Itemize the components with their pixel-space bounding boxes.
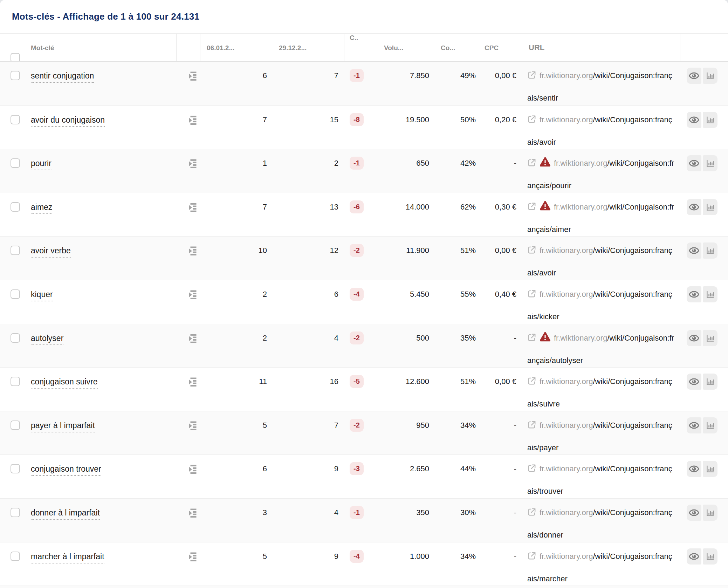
keyword-history-button[interactable]: [703, 505, 717, 521]
header-keyword[interactable]: Mot-clé: [28, 34, 177, 61]
keyword-link[interactable]: avoir verbe: [31, 246, 71, 258]
external-link-icon[interactable]: [527, 241, 536, 250]
url-link[interactable]: fr.wiktionary.org/wiki/Conjugaison:franç…: [527, 290, 672, 321]
keyword-link[interactable]: marcher à l imparfait: [31, 552, 104, 563]
row-checkbox[interactable]: [11, 421, 20, 430]
external-link-icon[interactable]: [527, 328, 536, 337]
keyword-link[interactable]: aimez: [31, 203, 52, 214]
keyword-link[interactable]: conjugaison suivre: [31, 377, 98, 389]
row-checkbox[interactable]: [11, 508, 20, 517]
row-checkbox-cell: [0, 237, 28, 280]
select-all-checkbox[interactable]: [11, 53, 20, 61]
watch-keyword-button[interactable]: [687, 505, 701, 521]
watch-keyword-button[interactable]: [687, 155, 701, 171]
watch-keyword-button[interactable]: [687, 548, 701, 565]
url-link[interactable]: fr.wiktionary.org/wiki/Conjugaison:franç…: [527, 552, 672, 583]
row-actions: [680, 411, 728, 455]
external-link-icon[interactable]: [527, 66, 536, 75]
keyword-link[interactable]: payer à l imparfait: [31, 421, 95, 432]
row-actions: [680, 193, 728, 237]
header-cpc[interactable]: CPC: [482, 34, 522, 61]
keyword-history-button[interactable]: [703, 112, 717, 128]
url-link[interactable]: fr.wiktionary.org/wiki/Conjugaison:franç…: [527, 246, 672, 277]
serp-preview-icon[interactable]: [188, 377, 198, 387]
external-link-icon[interactable]: [527, 197, 536, 206]
external-link-icon[interactable]: [527, 503, 536, 512]
header-date-2[interactable]: 29.12.2...: [273, 34, 344, 61]
serp-preview-icon[interactable]: [188, 158, 198, 168]
url-link[interactable]: fr.wiktionary.org/wiki/Conjugaison:franç…: [527, 377, 672, 408]
row-checkbox[interactable]: [11, 158, 20, 168]
keyword-history-button[interactable]: [703, 242, 717, 259]
header-url[interactable]: URL: [522, 34, 680, 61]
keyword-history-button[interactable]: [703, 330, 717, 346]
header-volume[interactable]: Volu...: [382, 34, 435, 61]
row-checkbox[interactable]: [11, 115, 20, 124]
cpc-value: 0,00 €: [482, 62, 522, 105]
keyword-link[interactable]: sentir conjugation: [31, 71, 94, 83]
keyword-history-button[interactable]: [703, 461, 717, 477]
keyword-link[interactable]: conjugaison trouver: [31, 464, 101, 476]
row-checkbox[interactable]: [11, 71, 20, 80]
header-competition[interactable]: Co...: [435, 34, 482, 61]
row-checkbox[interactable]: [11, 246, 20, 255]
url-link[interactable]: fr.wiktionary.org/wiki/Conjugaison:franç…: [527, 508, 672, 539]
row-checkbox[interactable]: [11, 464, 20, 473]
watch-keyword-button[interactable]: [687, 286, 701, 302]
keyword-link[interactable]: donner à l imparfait: [31, 508, 100, 520]
serp-preview-icon[interactable]: [188, 202, 198, 212]
external-link-icon[interactable]: [527, 547, 536, 556]
external-link-icon[interactable]: [527, 153, 536, 163]
watch-keyword-button[interactable]: [687, 199, 701, 215]
url-link[interactable]: fr.wiktionary.org/wiki/Conjugaison:franç…: [527, 115, 672, 146]
serp-preview-icon[interactable]: [188, 115, 198, 125]
table-row: donner à l imparfait 3 4 -1 350 30% -: [0, 498, 728, 542]
row-checkbox[interactable]: [11, 552, 20, 561]
url-link[interactable]: fr.wiktionary.org/wiki/Conjugaison:franç…: [527, 421, 672, 452]
serp-preview-icon[interactable]: [188, 246, 198, 255]
keyword-link[interactable]: kiquer: [31, 290, 53, 301]
serp-preview-icon[interactable]: [188, 71, 198, 81]
row-checkbox[interactable]: [11, 377, 20, 386]
serp-preview-icon[interactable]: [188, 508, 198, 518]
external-link-icon[interactable]: [527, 110, 536, 119]
serp-preview-icon[interactable]: [188, 333, 198, 343]
watch-keyword-button[interactable]: [687, 68, 701, 84]
row-checkbox[interactable]: [11, 202, 20, 212]
watch-keyword-button[interactable]: [687, 112, 701, 128]
watch-keyword-button[interactable]: [687, 330, 701, 346]
serp-preview-icon[interactable]: [188, 464, 198, 474]
keyword-link[interactable]: pourir: [31, 159, 51, 170]
rank-date-2: 9: [273, 542, 344, 586]
row-actions: [680, 280, 728, 324]
table-row: conjugaison suivre 11 16 -5 12.600 51% 0…: [0, 367, 728, 411]
keyword-history-button[interactable]: [703, 68, 717, 84]
keyword-history-button[interactable]: [703, 417, 717, 433]
row-checkbox[interactable]: [11, 289, 20, 299]
keyword-history-button[interactable]: [703, 548, 717, 565]
serp-preview-icon[interactable]: [188, 289, 198, 299]
url-link[interactable]: fr.wiktionary.org/wiki/Conjugaison:franç…: [527, 71, 672, 102]
keyword-link[interactable]: autolyser: [31, 334, 63, 345]
watch-keyword-button[interactable]: [687, 374, 701, 390]
row-checkbox[interactable]: [11, 333, 20, 343]
serp-preview-icon[interactable]: [188, 421, 198, 430]
external-link-icon[interactable]: [527, 372, 536, 381]
header-change[interactable]: C..: [344, 34, 382, 61]
keyword-history-button[interactable]: [703, 199, 717, 215]
serp-preview-icon[interactable]: [188, 552, 198, 561]
header-date-1[interactable]: 06.01.2...: [200, 34, 273, 61]
url-cell: fr.wiktionary.org/wiki/Conjugaison:franç…: [522, 280, 680, 324]
keyword-history-button[interactable]: [703, 155, 717, 171]
external-link-icon[interactable]: [527, 416, 536, 425]
keyword-link[interactable]: avoir du conjugaison: [31, 115, 105, 127]
keyword-history-button[interactable]: [703, 286, 717, 302]
external-link-icon[interactable]: [527, 285, 536, 294]
watch-keyword-button[interactable]: [687, 242, 701, 259]
watch-keyword-button[interactable]: [687, 417, 701, 433]
table-row: marcher à l imparfait 5 9 -4 1.000 34% -: [0, 542, 728, 586]
external-link-icon[interactable]: [527, 459, 536, 468]
keyword-history-button[interactable]: [703, 374, 717, 390]
url-link[interactable]: fr.wiktionary.org/wiki/Conjugaison:franç…: [527, 464, 672, 495]
watch-keyword-button[interactable]: [687, 461, 701, 477]
